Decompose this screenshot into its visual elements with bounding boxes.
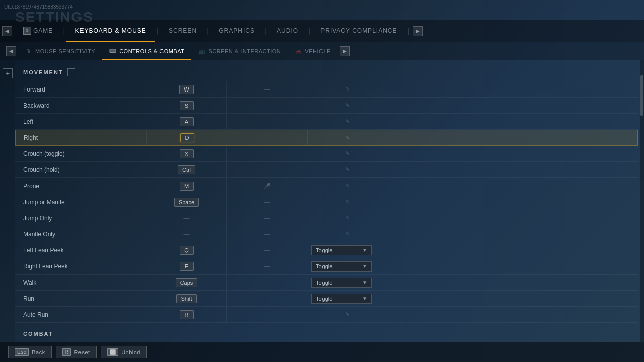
toggle-dropdown[interactable]: Toggle▼ <box>311 278 372 288</box>
keybind-row-1[interactable]: BackwardS—✎ <box>15 98 638 114</box>
keybind-row-5[interactable]: Crouch (hold)Ctrl—✎ <box>15 162 638 178</box>
secondary-key-cell[interactable]: — <box>226 258 307 274</box>
subtabs-left-arrow[interactable]: ◀ <box>6 46 16 56</box>
tabs-left-arrow[interactable]: ◀ <box>2 26 12 36</box>
back-button[interactable]: Esc Back <box>8 346 52 358</box>
keybind-row-9[interactable]: Mantle Only——✎ <box>15 226 638 242</box>
toggle-dropdown[interactable]: Toggle▼ <box>311 245 372 255</box>
unbind-button[interactable]: ⬜ Unbind <box>101 346 147 358</box>
keybind-row-13[interactable]: RunShift—Toggle▼ <box>15 291 638 307</box>
tertiary-key-cell[interactable]: ✎ <box>307 114 387 129</box>
edit-icon[interactable]: ✎ <box>345 199 350 205</box>
keybind-row-3[interactable]: RightD—✎ <box>15 130 638 146</box>
toggle-dropdown[interactable]: Toggle▼ <box>311 294 372 304</box>
primary-key-cell[interactable]: D <box>146 130 227 145</box>
tertiary-key-cell[interactable]: Toggle▼ <box>307 242 387 258</box>
secondary-key-cell[interactable]: — <box>226 307 307 322</box>
primary-key-cell[interactable]: — <box>146 210 226 226</box>
secondary-key-cell[interactable]: — <box>226 81 307 97</box>
secondary-key-cell[interactable]: — <box>226 226 307 242</box>
keybind-row-11[interactable]: Right Lean PeekE—Toggle▼ <box>15 258 638 275</box>
primary-key-cell[interactable]: E <box>146 258 226 274</box>
tab-privacy[interactable]: PRIVACY COMPLIANCE <box>311 20 406 42</box>
scrollbar[interactable] <box>640 60 644 342</box>
scroll-container[interactable]: MOVEMENT + ForwardW—✎BackwardS—✎LeftA—✎R… <box>15 65 640 337</box>
action-label: Backward <box>15 98 146 113</box>
tabs-right-arrow[interactable]: ▶ <box>413 26 423 36</box>
reset-button[interactable]: R Reset <box>56 346 97 358</box>
keybind-row-0[interactable]: ForwardW—✎ <box>15 81 638 98</box>
secondary-key-cell[interactable]: 🎤 <box>226 178 307 194</box>
keybind-row-12[interactable]: WalkCaps—Toggle▼ <box>15 275 638 291</box>
primary-key-cell[interactable]: Caps <box>146 275 226 290</box>
subtab-sensitivity[interactable]: 🖱 MOUSE SENSITIVITY <box>18 42 102 60</box>
edit-icon[interactable]: ✎ <box>345 86 350 93</box>
movement-add-button[interactable]: + <box>67 68 75 76</box>
tertiary-key-cell[interactable]: ✎ <box>307 178 387 194</box>
keybind-row-10[interactable]: Left Lean PeekQ—Toggle▼ <box>15 242 638 258</box>
edit-icon[interactable]: ✎ <box>346 135 350 141</box>
primary-key-cell[interactable]: Ctrl <box>146 162 226 177</box>
primary-key-cell[interactable]: A <box>146 114 226 129</box>
dropdown-label: Toggle <box>316 247 332 253</box>
keybind-row-4[interactable]: Crouch (toggle)X—✎ <box>15 146 638 162</box>
secondary-key-cell[interactable]: — <box>226 194 307 210</box>
keybind-row-8[interactable]: Jump Only——✎ <box>15 210 638 226</box>
tertiary-key-cell[interactable]: Toggle▼ <box>307 258 387 274</box>
subtab-controls[interactable]: ⌨ CONTROLS & COMBAT <box>102 42 191 60</box>
subtab-screen-interact[interactable]: 📺 SCREEN & INTERACTION <box>191 42 288 60</box>
edit-icon[interactable]: ✎ <box>345 215 350 221</box>
edit-icon[interactable]: ✎ <box>345 311 350 318</box>
tab-audio[interactable]: AUDIO <box>268 20 307 42</box>
tertiary-key-cell[interactable]: ✎ <box>307 81 387 97</box>
secondary-key-cell[interactable]: — <box>226 146 307 161</box>
edit-icon[interactable]: ✎ <box>345 102 350 109</box>
add-binding-button[interactable]: + <box>3 68 13 78</box>
keybind-row-7[interactable]: Jump or MantleSpace—✎ <box>15 194 638 210</box>
secondary-key-cell[interactable]: — <box>226 162 307 177</box>
key-badge: Caps <box>176 278 198 287</box>
primary-key-cell[interactable]: S <box>146 98 226 113</box>
secondary-key-cell[interactable]: — <box>226 242 307 258</box>
primary-key-cell[interactable]: Shift <box>146 291 226 306</box>
edit-icon[interactable]: ✎ <box>345 183 350 189</box>
primary-key-cell[interactable]: M <box>146 178 226 194</box>
keybind-row-2[interactable]: LeftA—✎ <box>15 114 638 130</box>
primary-key-cell[interactable]: X <box>146 146 226 161</box>
tertiary-key-cell[interactable]: Toggle▼ <box>307 275 387 290</box>
edit-icon[interactable]: ✎ <box>345 231 350 237</box>
secondary-key-cell[interactable]: — <box>226 210 307 226</box>
edit-icon[interactable]: ✎ <box>345 150 350 157</box>
tertiary-key-cell[interactable]: ✎ <box>307 226 387 242</box>
key-badge: S <box>180 101 194 110</box>
tertiary-key-cell[interactable]: ✎ <box>307 130 388 145</box>
subtab-vehicle[interactable]: 🚗 VEHICLE <box>288 42 338 60</box>
keybind-row-14[interactable]: Auto RunR—✎ <box>15 307 638 323</box>
secondary-key-cell[interactable]: — <box>226 114 307 129</box>
vehicle-icon: 🚗 <box>295 48 302 55</box>
edit-icon[interactable]: ✎ <box>345 166 350 173</box>
secondary-key-cell[interactable]: — <box>226 275 307 290</box>
keybind-row-6[interactable]: ProneM🎤✎ <box>15 178 638 194</box>
scrollbar-thumb[interactable] <box>640 75 643 116</box>
tertiary-key-cell[interactable]: ✎ <box>307 146 387 161</box>
secondary-key-cell[interactable]: — <box>226 291 307 306</box>
primary-key-cell[interactable]: W <box>146 81 226 97</box>
tertiary-key-cell[interactable]: ✎ <box>307 98 387 113</box>
tertiary-key-cell[interactable]: ✎ <box>307 162 387 177</box>
tertiary-key-cell[interactable]: ✎ <box>307 194 387 210</box>
tertiary-key-cell[interactable]: Toggle▼ <box>307 291 387 306</box>
subtabs-right-arrow[interactable]: ▶ <box>340 46 350 56</box>
secondary-key-cell[interactable]: — <box>226 98 307 113</box>
tertiary-key-cell[interactable]: ✎ <box>307 307 387 322</box>
secondary-key-cell[interactable]: — <box>227 130 307 145</box>
toggle-dropdown[interactable]: Toggle▼ <box>311 261 372 272</box>
tab-graphics[interactable]: GRAPHICS <box>210 20 264 42</box>
edit-icon[interactable]: ✎ <box>345 118 350 125</box>
primary-key-cell[interactable]: R <box>146 307 226 322</box>
primary-key-cell[interactable]: Space <box>146 194 226 210</box>
primary-key-cell[interactable]: — <box>146 226 226 242</box>
tab-screen[interactable]: SCREEN <box>159 20 206 42</box>
tertiary-key-cell[interactable]: ✎ <box>307 210 387 226</box>
primary-key-cell[interactable]: Q <box>146 242 226 258</box>
